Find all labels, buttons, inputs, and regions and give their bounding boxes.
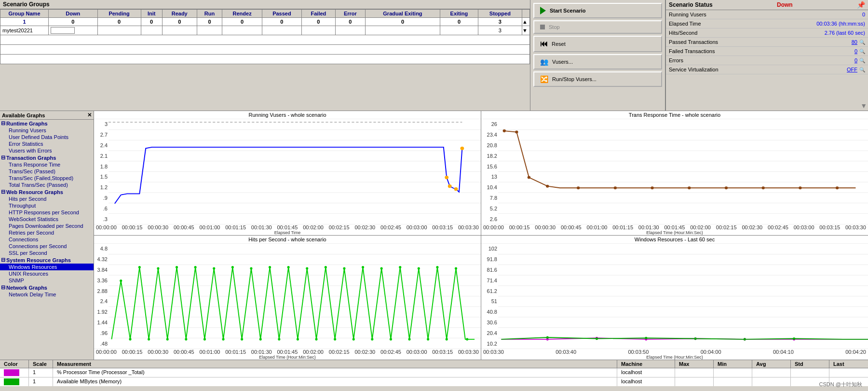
sidebar-section-web[interactable]: ⊟ Web Resource Graphs <box>0 188 94 196</box>
sidebar-item-hits-per-second[interactable]: Hits per Second <box>0 196 94 202</box>
svg-point-49 <box>166 338 169 340</box>
svg-point-34 <box>836 186 839 189</box>
svg-point-102 <box>793 337 795 340</box>
svg-point-12 <box>448 184 452 188</box>
svg-point-51 <box>185 338 187 340</box>
sidebar-item-windows-resources[interactable]: Windows Resources <box>0 264 94 270</box>
sidebar-item-pages-downloaded[interactable]: Pages Downloaded per Second <box>0 223 94 229</box>
graph-content-hits: 4.84.323.843.362.882.41.921.44.96.48 <box>94 244 481 349</box>
reset-label: Reset <box>552 41 566 47</box>
status-label-2: Hits/Second <box>669 30 697 36</box>
status-value-6[interactable]: OFF <box>847 67 857 72</box>
sidebar-item-user-defined[interactable]: User Defined Data Points <box>0 134 94 140</box>
sidebar-item-connections[interactable]: Connections <box>0 236 94 243</box>
sidebar-item-http-responses[interactable]: HTTP Responses per Second <box>0 209 94 216</box>
run-stop-vusers-button[interactable]: 🔀 Run/Stop Vusers... <box>533 71 662 87</box>
status-label-1: Elapsed Time <box>669 21 701 27</box>
graph-xlabel-trans: Elapsed Time (Hour:Min:Sec) <box>481 230 868 235</box>
row2-pending <box>97 26 141 35</box>
svg-point-23 <box>503 129 506 132</box>
stop-button[interactable]: Stop <box>533 20 662 34</box>
sidebar-item-trans-response[interactable]: Trans Response Time <box>0 161 94 168</box>
row1-gradual: 0 <box>365 18 440 26</box>
svg-point-72 <box>380 267 383 270</box>
svg-point-56 <box>231 266 234 268</box>
row1-pending: 0 <box>97 18 141 26</box>
graph-y-axis-hits: 4.84.323.843.362.882.41.921.44.96.48 <box>94 244 108 349</box>
sidebar-close-icon[interactable]: ✕ <box>87 112 92 118</box>
sidebar-item-error-stats[interactable]: Error Statistics <box>0 140 94 147</box>
status-pin-icon[interactable]: 📌 <box>857 1 865 9</box>
reset-button[interactable]: ⏮ Reset <box>533 36 662 52</box>
sidebar-section-runtime[interactable]: ⊟ Runtime Graphs <box>0 120 94 127</box>
row1-exiting: 0 <box>440 18 478 26</box>
sidebar-item-ssl[interactable]: SSL per Second <box>0 250 94 256</box>
graphs-container: Running Vusers - whole scenario 32.72.42… <box>94 111 868 360</box>
graph-xaxis-windows: 00:03:3000:03:4000:03:5000:04:0000:04:10… <box>481 349 868 355</box>
sidebar-item-vusers-errors[interactable]: Vusers with Errors <box>0 147 94 154</box>
vusers-button[interactable]: 👥 Vusers... <box>533 54 662 70</box>
sidebar-item-throughput[interactable]: Throughput <box>0 202 94 209</box>
sidebar-item-unix-resources[interactable]: UNIX Resources <box>0 270 94 277</box>
status-value-0[interactable]: 0 <box>862 12 865 17</box>
svg-point-27 <box>577 186 580 189</box>
sidebar-section-network[interactable]: ⊟ Network Graphs <box>0 284 94 291</box>
color-swatch-0 <box>4 369 19 376</box>
sidebar-item-websocket[interactable]: WebSocket Statistics <box>0 216 94 223</box>
sidebar-item-trans-sec-passed[interactable]: Trans/Sec (Passed) <box>0 168 94 175</box>
svg-point-46 <box>138 266 141 268</box>
row2-groupname: mytest20221 <box>0 26 49 35</box>
status-label-4: Failed Transactions <box>669 48 715 54</box>
legend-col-min: Min <box>714 360 752 368</box>
sidebar-item-retries[interactable]: Retries per Second <box>0 229 94 236</box>
graph-xlabel-hits: Elapsed Time (Hour:Min:Sec) <box>94 355 481 360</box>
search-icon-4[interactable]: 🔍 <box>859 49 865 54</box>
sidebar-item-trans-sec-failed[interactable]: Trans/Sec (Failed,Stopped) <box>0 175 94 182</box>
sidebar-section-system[interactable]: ⊟ System Resource Graphs <box>0 256 94 264</box>
graph-title-hits: Hits per Second - whole scenario <box>94 236 481 244</box>
col-init: Init <box>141 10 162 18</box>
status-value-2: 2.76 (last 60 sec) <box>825 30 865 36</box>
legend-col-measurement: Measurement <box>53 360 617 368</box>
search-icon-5[interactable]: 🔍 <box>859 58 865 63</box>
sidebar-section-transaction[interactable]: ⊟ Transaction Graphs <box>0 154 94 161</box>
vusers-label: Vusers... <box>552 59 573 65</box>
status-value-4[interactable]: 0 <box>854 48 857 54</box>
col-ready: Ready <box>162 10 197 18</box>
legend-cell-color-0 <box>0 368 29 377</box>
section-label-web: Web Resource Graphs <box>6 189 63 195</box>
svg-point-64 <box>306 267 308 270</box>
sidebar-item-snmp[interactable]: SNMP <box>0 277 94 284</box>
svg-point-68 <box>343 267 345 270</box>
svg-point-70 <box>362 266 364 268</box>
sidebar-item-total-trans[interactable]: Total Trans/Sec (Passed) <box>0 182 94 188</box>
row1-groupname: 1 <box>0 18 49 26</box>
status-row-3: Passed Transactions 80 🔍 <box>666 38 868 47</box>
search-icon-6[interactable]: 🔍 <box>859 67 865 72</box>
sidebar-item-network-delay[interactable]: Network Delay Time <box>0 291 94 298</box>
start-label: Start Scenario <box>550 8 586 14</box>
status-value-3[interactable]: 80 <box>852 39 857 45</box>
svg-point-55 <box>222 338 224 340</box>
search-icon-3[interactable]: 🔍 <box>859 40 865 45</box>
legend-cell-avg-0 <box>752 368 791 377</box>
legend-cell-last-0 <box>829 368 868 377</box>
legend-cell-max-1 <box>675 377 714 386</box>
graph-content-trans: 2623.420.818.215.61310.47.85.22.6 <box>481 119 868 224</box>
svg-point-77 <box>427 338 429 340</box>
start-scenario-button[interactable]: Start Scenario <box>533 3 662 18</box>
legend-cell-machine-1: localhost <box>617 377 675 386</box>
status-expand-icon[interactable]: ▼ <box>860 102 867 110</box>
play-icon <box>540 7 546 14</box>
status-state: Down <box>777 1 793 8</box>
svg-point-73 <box>390 338 392 340</box>
status-value-5[interactable]: 0 <box>854 57 857 63</box>
status-row-4: Failed Transactions 0 🔍 <box>666 47 868 56</box>
svg-point-81 <box>466 338 468 340</box>
sidebar-item-connections-sec[interactable]: Connections per Second <box>0 243 94 250</box>
legend-cell-scale-0: 1 <box>29 368 53 377</box>
sidebar-title: Available Graphs <box>2 112 45 118</box>
col-failed: Failed <box>301 10 335 18</box>
sidebar-item-running-vusers[interactable]: Running Vusers <box>0 127 94 134</box>
vusers-icon: 👥 <box>540 58 548 66</box>
